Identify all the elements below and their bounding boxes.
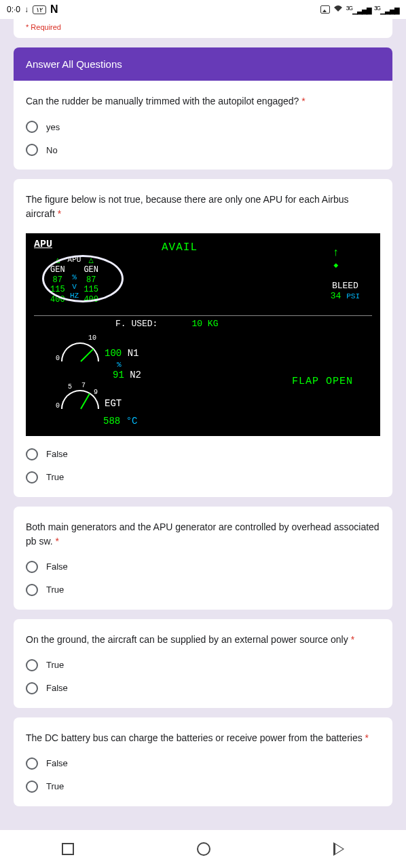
nav-home-icon[interactable] (197, 842, 210, 856)
apu-title: APU (34, 239, 372, 250)
q2-option-false[interactable]: False (26, 448, 380, 460)
nav-bar (0, 830, 406, 868)
download-icon: ↓ (24, 5, 29, 14)
q4-text: On the ground, the aircraft can be suppl… (26, 633, 380, 647)
q3-option-true[interactable]: True (26, 584, 380, 596)
q3-text: Both main generators and the APU generat… (26, 520, 380, 549)
required-note: * Required (14, 19, 392, 38)
q4-option-false[interactable]: False (26, 682, 380, 694)
apu-display-image: APU AVAIL ↑⬥ △ GEN 87 115 400 APU % V HZ (26, 233, 380, 436)
arrow-up-icon: ↑⬥ (333, 247, 339, 271)
q2-text: The figure below is not true, because th… (26, 193, 380, 221)
radio-icon (26, 448, 38, 460)
radio-icon (26, 121, 38, 133)
radio-icon (26, 757, 38, 770)
radio-icon (26, 561, 38, 573)
radio-icon (26, 471, 38, 484)
keyboard-icon: ١٢ (33, 5, 46, 14)
fused-label: F. USED: (115, 319, 158, 329)
radio-icon (26, 144, 38, 156)
n-icon: N (50, 3, 58, 16)
bleed-box: BLEED 34 PSI (331, 281, 360, 301)
image-icon (320, 5, 330, 14)
question-card-5: The DC battery bus can charge the batter… (14, 717, 392, 806)
question-card-4: On the ground, the aircraft can be suppl… (14, 619, 392, 708)
radio-icon (26, 781, 38, 793)
fused-value: 10 KG (191, 319, 218, 329)
question-card-2: The figure below is not true, because th… (14, 179, 392, 497)
egt-gauge: 5 7 9 0 EGT (61, 386, 372, 416)
q1-text: Can the rudder be manually trimmed with … (26, 94, 380, 108)
q5-option-true[interactable]: True (26, 781, 380, 793)
nav-recent-icon[interactable] (62, 843, 74, 855)
wifi-icon (333, 5, 344, 15)
question-card-1: Can the rudder be manually trimmed with … (14, 81, 392, 170)
radio-icon (26, 659, 38, 671)
n1-gauge: 10 0 100 N1% (61, 338, 372, 368)
q3-option-false[interactable]: False (26, 561, 380, 573)
q5-text: The DC battery bus can charge the batter… (26, 731, 380, 745)
status-time: 0:·0 (7, 5, 20, 14)
status-bar: 0:·0 ↓ ١٢ N 3G▁▃▅▇ 3G▁▃▅▇ (0, 0, 406, 19)
q5-option-false[interactable]: False (26, 757, 380, 770)
q4-option-true[interactable]: True (26, 659, 380, 671)
signal-3g-2: 3G▁▃▅▇ (374, 5, 399, 14)
section-header: Answer All Questions (14, 47, 392, 81)
q1-option-no[interactable]: No (26, 144, 380, 156)
apu-avail: AVAIL (162, 241, 198, 254)
question-card-3: Both main generators and the APU generat… (14, 507, 392, 610)
q1-option-yes[interactable]: yes (26, 121, 380, 133)
q2-option-true[interactable]: True (26, 471, 380, 484)
radio-icon (26, 584, 38, 596)
nav-back-icon[interactable] (333, 842, 344, 856)
highlight-circle (42, 255, 124, 302)
signal-3g-1: 3G▁▃▅▇ (346, 5, 371, 14)
flap-open: FLAP OPEN (292, 376, 353, 387)
radio-icon (26, 682, 38, 694)
